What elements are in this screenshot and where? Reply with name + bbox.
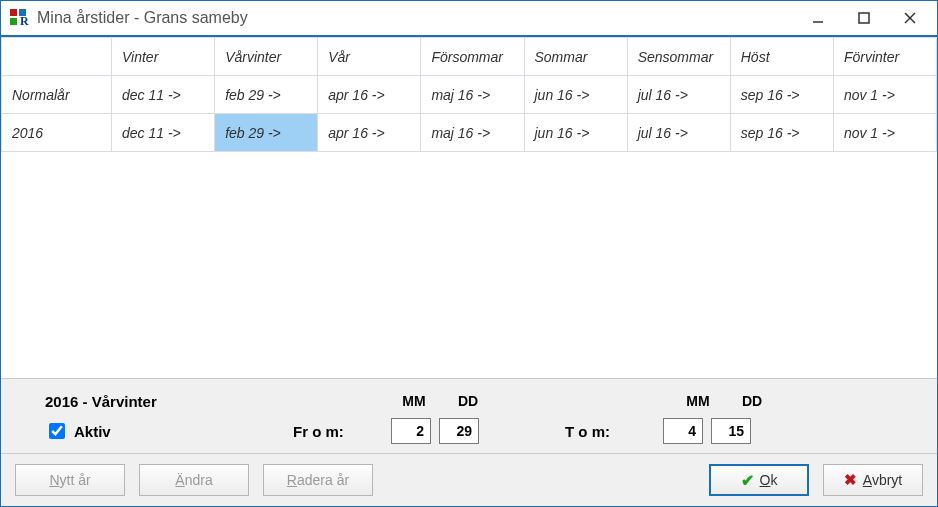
svg-text:R: R [20, 14, 29, 28]
btn-label-rest: vbryt [872, 472, 902, 488]
seasons-table[interactable]: Vinter Vårvinter Vår Försommar Sommar Se… [1, 37, 937, 152]
table-cell[interactable]: dec 11 -> [112, 76, 215, 114]
dd-label: DD [445, 393, 491, 409]
app-logo-icon: R [9, 8, 29, 28]
tom-mm-input[interactable] [663, 418, 703, 444]
table-cell[interactable]: nov 1 -> [833, 76, 936, 114]
table-row[interactable]: Normalår dec 11 -> feb 29 -> apr 16 -> m… [2, 76, 937, 114]
nytt-ar-button[interactable]: Nytt år [15, 464, 125, 496]
table-row[interactable]: 2016 dec 11 -> feb 29 -> apr 16 -> maj 1… [2, 114, 937, 152]
table-header[interactable]: Sensommar [627, 38, 730, 76]
app-window: R Mina årstider - Grans sameby [0, 0, 938, 507]
table-header[interactable]: Sommar [524, 38, 627, 76]
from-dd-input[interactable] [439, 418, 479, 444]
table-header[interactable]: Förvinter [833, 38, 936, 76]
btn-label-rest: k [770, 472, 777, 488]
table-cell[interactable]: apr 16 -> [318, 114, 421, 152]
btn-label-rest: adera år [297, 472, 349, 488]
from-label: Fr o m: [293, 423, 383, 440]
titlebar: R Mina årstider - Grans sameby [1, 1, 937, 37]
check-icon: ✔ [741, 471, 754, 490]
table-header[interactable]: Vårvinter [215, 38, 318, 76]
edit-header-row: 2016 - Vårvinter MM DD MM DD [45, 387, 927, 415]
edit-panel: 2016 - Vårvinter MM DD MM DD Aktiv Fr o … [1, 378, 937, 453]
x-icon: ✖ [844, 471, 857, 489]
radera-ar-button[interactable]: Radera år [263, 464, 373, 496]
table-cell[interactable]: dec 11 -> [112, 114, 215, 152]
btn-label-rest: ytt år [60, 472, 91, 488]
ok-button[interactable]: ✔ Ok [709, 464, 809, 496]
tom-label: T o m: [565, 423, 655, 440]
from-mm-input[interactable] [391, 418, 431, 444]
content: Vinter Vårvinter Vår Försommar Sommar Se… [1, 37, 937, 506]
svg-rect-2 [10, 18, 17, 25]
table-header[interactable]: Vinter [112, 38, 215, 76]
svg-rect-5 [859, 13, 869, 23]
table-cell[interactable]: jul 16 -> [627, 114, 730, 152]
dd-label-2: DD [729, 393, 775, 409]
mm-label: MM [391, 393, 437, 409]
table-cell[interactable]: jun 16 -> [524, 114, 627, 152]
andra-button[interactable]: Ändra [139, 464, 249, 496]
button-bar: Nytt år Ändra Radera år ✔ Ok ✖ Avbryt [1, 453, 937, 506]
aktiv-checkbox[interactable] [49, 423, 65, 439]
avbryt-button[interactable]: ✖ Avbryt [823, 464, 923, 496]
table-cell[interactable]: sep 16 -> [730, 76, 833, 114]
row-label[interactable]: 2016 [2, 114, 112, 152]
tom-dd-input[interactable] [711, 418, 751, 444]
table-cell[interactable]: maj 16 -> [421, 114, 524, 152]
maximize-button[interactable] [841, 3, 887, 33]
table-cell-selected[interactable]: feb 29 -> [215, 114, 318, 152]
table-header[interactable]: Försommar [421, 38, 524, 76]
aktiv-label: Aktiv [74, 423, 111, 440]
mm-label-2: MM [675, 393, 721, 409]
titlebar-buttons [795, 3, 933, 33]
close-button[interactable] [887, 3, 933, 33]
aktiv-checkbox-wrap[interactable]: Aktiv [45, 420, 165, 442]
edit-input-row: Aktiv Fr o m: T o m: [45, 415, 927, 447]
table-cell[interactable]: jun 16 -> [524, 76, 627, 114]
table-header[interactable]: Vår [318, 38, 421, 76]
table-cell[interactable]: jul 16 -> [627, 76, 730, 114]
table-cell[interactable]: apr 16 -> [318, 76, 421, 114]
minimize-button[interactable] [795, 3, 841, 33]
table-cell[interactable]: sep 16 -> [730, 114, 833, 152]
table-header[interactable] [2, 38, 112, 76]
window-title: Mina årstider - Grans sameby [37, 9, 248, 27]
table-header[interactable]: Höst [730, 38, 833, 76]
row-label[interactable]: Normalår [2, 76, 112, 114]
btn-label-rest: ndra [185, 472, 213, 488]
svg-rect-0 [10, 9, 17, 16]
table-header-row: Vinter Vårvinter Vår Försommar Sommar Se… [2, 38, 937, 76]
table-cell[interactable]: feb 29 -> [215, 76, 318, 114]
edit-title: 2016 - Vårvinter [45, 393, 285, 410]
titlebar-left: R Mina årstider - Grans sameby [9, 8, 248, 28]
table-empty-area [1, 152, 937, 378]
table-cell[interactable]: maj 16 -> [421, 76, 524, 114]
table-cell[interactable]: nov 1 -> [833, 114, 936, 152]
